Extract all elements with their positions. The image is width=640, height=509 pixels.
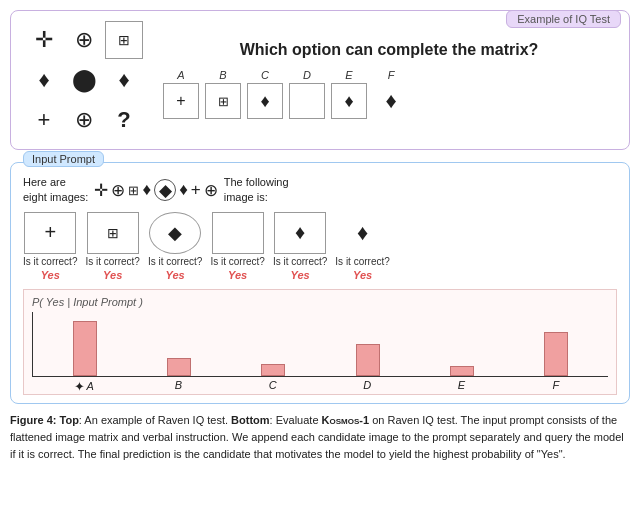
is-correct-6: Is it correct? (335, 256, 389, 267)
matrix-grid: ✛ ⊕ ⊞ ♦ ⬤ ♦ + ⊕ ? (25, 21, 143, 139)
option-f-box: ♦ (373, 83, 409, 119)
yes-4: Yes (228, 269, 247, 281)
yes-2: Yes (103, 269, 122, 281)
option-b-label: B (219, 69, 226, 81)
inline-sym-7: + (191, 180, 201, 200)
prompt-following-label: The followingimage is: (224, 175, 289, 206)
figure-num: Figure 4: (10, 414, 56, 426)
is-correct-3: Is it correct? (148, 256, 202, 267)
xlabel-c: C (226, 379, 320, 394)
prompt-card-3: ◆ Is it correct? Yes (148, 212, 202, 281)
option-d-label: D (303, 69, 311, 81)
bar-group-b (132, 312, 226, 376)
bar-group-a (38, 312, 132, 376)
prob-section: P( Yes | Input Prompt ) (23, 289, 617, 395)
yes-5: Yes (291, 269, 310, 281)
inline-sym-1: ✛ (94, 180, 108, 201)
bottom-label: Bottom (231, 414, 270, 426)
option-a-label: A (177, 69, 184, 81)
options-row: A + B ⊞ C ♦ D E ♦ (163, 69, 615, 119)
matrix-cell-r3c3: ? (105, 101, 143, 139)
bar-c (261, 364, 285, 376)
prompt-eight-label: Here areeight images: (23, 175, 88, 206)
bar-group-e (415, 312, 509, 376)
matrix-cell-r1c3: ⊞ (105, 21, 143, 59)
inline-sym-3: ⊞ (128, 183, 139, 198)
option-e: E ♦ (331, 69, 367, 119)
matrix-cell-r1c2: ⊕ (65, 21, 103, 59)
is-correct-5: Is it correct? (273, 256, 327, 267)
xlabel-f: F (509, 379, 603, 394)
prompt-card-box-4 (212, 212, 264, 254)
question-part: Which option can complete the matrix? A … (163, 41, 615, 119)
prompt-card-box-5: ♦ (274, 212, 326, 254)
iq-test-section: Example of IQ Test ✛ ⊕ ⊞ ♦ ⬤ ♦ + ⊕ ? Whi… (10, 10, 630, 150)
prompt-cards-row: + Is it correct? Yes ⊞ Is it correct? Ye… (23, 212, 617, 281)
bar-d (356, 344, 380, 376)
prob-title: P( Yes | Input Prompt ) (32, 296, 608, 308)
bar-a (73, 321, 97, 376)
inline-sym-5: ◆ (154, 179, 176, 201)
is-correct-4: Is it correct? (210, 256, 264, 267)
matrix-cell-r2c2: ⬤ (65, 61, 103, 99)
option-a-box: + (163, 83, 199, 119)
prob-chart (32, 312, 608, 377)
option-d-box (289, 83, 325, 119)
bar-group-f (509, 312, 603, 376)
prompt-card-box-3: ◆ (149, 212, 201, 254)
bar-group-d (321, 312, 415, 376)
option-c-label: C (261, 69, 269, 81)
matrix-cell-r3c1: + (25, 101, 63, 139)
prompt-card-6: ♦ Is it correct? Yes (335, 212, 389, 281)
option-a: A + (163, 69, 199, 119)
yes-3: Yes (166, 269, 185, 281)
inline-sym-8: ⊕ (204, 180, 218, 201)
yes-6: Yes (353, 269, 372, 281)
input-prompt-section: Input Prompt Here areeight images: ✛ ⊕ ⊞… (10, 162, 630, 404)
matrix-cell-r2c3: ♦ (105, 61, 143, 99)
prompt-top-row: Here areeight images: ✛ ⊕ ⊞ ♦ ◆ ♦ + ⊕ Th… (23, 175, 617, 206)
prompt-card-box-6: ♦ (337, 212, 389, 254)
question-title: Which option can complete the matrix? (163, 41, 615, 59)
option-e-label: E (345, 69, 352, 81)
is-correct-2: Is it correct? (85, 256, 139, 267)
bar-group-c (226, 312, 320, 376)
xlabel-b: B (131, 379, 225, 394)
prompt-card-2: ⊞ Is it correct? Yes (85, 212, 139, 281)
prompt-images-inline: ✛ ⊕ ⊞ ♦ ◆ ♦ + ⊕ (94, 179, 217, 201)
prompt-card-box-2: ⊞ (87, 212, 139, 254)
option-b-box: ⊞ (205, 83, 241, 119)
inline-sym-4: ♦ (142, 180, 151, 200)
option-c: C ♦ (247, 69, 283, 119)
prompt-card-4: Is it correct? Yes (210, 212, 264, 281)
matrix-cell-r3c2: ⊕ (65, 101, 103, 139)
option-b: B ⊞ (205, 69, 241, 119)
prompt-card-box-1: + (24, 212, 76, 254)
matrix-cell-r1c1: ✛ (25, 21, 63, 59)
prompt-card-1: + Is it correct? Yes (23, 212, 77, 281)
top-text: : An example of Raven IQ test. (79, 414, 231, 426)
xlabel-d: D (320, 379, 414, 394)
prompt-card-5: ♦ Is it correct? Yes (273, 212, 327, 281)
option-d: D (289, 69, 325, 119)
figure-caption: Figure 4: Top: An example of Raven IQ te… (10, 412, 630, 463)
is-correct-1: Is it correct? (23, 256, 77, 267)
xlabel-a: ✦A (37, 379, 131, 394)
inline-sym-2: ⊕ (111, 180, 125, 201)
x-axis-labels: ✦A B C D E F (32, 379, 608, 394)
option-f-label: F (388, 69, 395, 81)
option-f: F ♦ (373, 69, 409, 119)
matrix-cell-r2c1: ♦ (25, 61, 63, 99)
yes-1: Yes (41, 269, 60, 281)
kosmos-name: Kosmos-1 (322, 414, 370, 426)
bar-b (167, 358, 191, 376)
option-e-box: ♦ (331, 83, 367, 119)
inline-sym-6: ♦ (179, 180, 188, 200)
bottom-text: : Evaluate (270, 414, 322, 426)
bar-e (450, 366, 474, 376)
option-c-box: ♦ (247, 83, 283, 119)
iq-label: Example of IQ Test (506, 10, 621, 28)
xlabel-e: E (414, 379, 508, 394)
input-prompt-label: Input Prompt (23, 151, 104, 167)
top-label: Top (60, 414, 79, 426)
